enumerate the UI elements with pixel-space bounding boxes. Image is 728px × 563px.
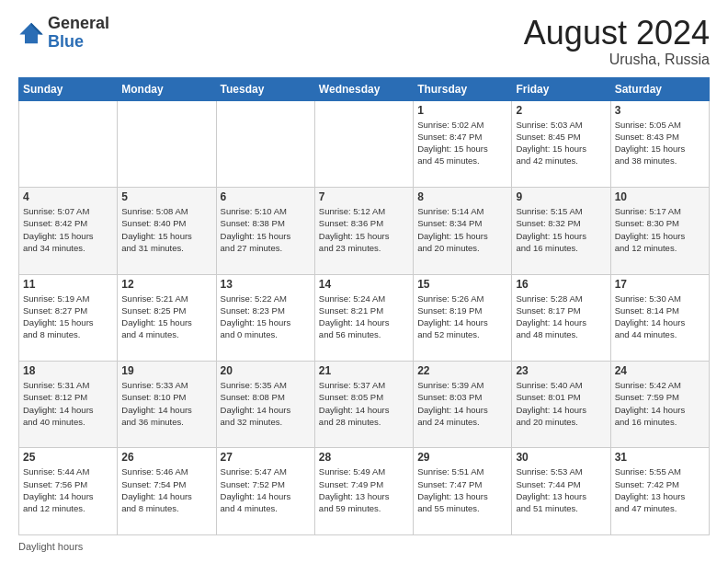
calendar-table: Sunday Monday Tuesday Wednesday Thursday… — [18, 77, 710, 535]
col-friday: Friday — [512, 77, 610, 100]
day-number: 23 — [516, 364, 606, 377]
calendar-cell — [314, 100, 413, 187]
day-number: 4 — [23, 190, 113, 203]
col-monday: Monday — [118, 77, 216, 100]
day-number: 10 — [615, 190, 705, 203]
header-row: Sunday Monday Tuesday Wednesday Thursday… — [19, 77, 710, 100]
week-row-0: 1Sunrise: 5:02 AM Sunset: 8:47 PM Daylig… — [19, 100, 710, 187]
day-number: 25 — [23, 451, 113, 464]
calendar-cell: 3Sunrise: 5:05 AM Sunset: 8:43 PM Daylig… — [610, 100, 709, 187]
day-info: Sunrise: 5:35 AM Sunset: 8:08 PM Dayligh… — [221, 379, 311, 428]
day-number: 12 — [121, 278, 211, 291]
day-info: Sunrise: 5:15 AM Sunset: 8:32 PM Dayligh… — [516, 205, 606, 254]
day-number: 6 — [221, 190, 311, 203]
day-number: 26 — [121, 451, 211, 464]
day-info: Sunrise: 5:12 AM Sunset: 8:36 PM Dayligh… — [319, 205, 409, 254]
calendar-cell: 17Sunrise: 5:30 AM Sunset: 8:14 PM Dayli… — [610, 274, 709, 361]
day-number: 8 — [417, 190, 507, 203]
day-number: 27 — [221, 451, 311, 464]
week-row-2: 11Sunrise: 5:19 AM Sunset: 8:27 PM Dayli… — [19, 274, 710, 361]
day-info: Sunrise: 5:17 AM Sunset: 8:30 PM Dayligh… — [615, 205, 705, 254]
calendar-cell — [19, 100, 118, 187]
day-number: 30 — [516, 451, 606, 464]
calendar-cell: 15Sunrise: 5:26 AM Sunset: 8:19 PM Dayli… — [414, 274, 512, 361]
day-info: Sunrise: 5:08 AM Sunset: 8:40 PM Dayligh… — [121, 205, 211, 254]
day-number: 21 — [319, 364, 409, 377]
day-info: Sunrise: 5:22 AM Sunset: 8:23 PM Dayligh… — [221, 293, 311, 341]
day-number: 9 — [516, 190, 606, 203]
day-info: Sunrise: 5:37 AM Sunset: 8:05 PM Dayligh… — [319, 379, 409, 428]
day-number: 20 — [221, 364, 311, 377]
calendar-cell: 16Sunrise: 5:28 AM Sunset: 8:17 PM Dayli… — [512, 274, 610, 361]
day-number: 1 — [417, 104, 507, 117]
calendar-cell: 30Sunrise: 5:53 AM Sunset: 7:44 PM Dayli… — [512, 448, 610, 535]
calendar-cell: 23Sunrise: 5:40 AM Sunset: 8:01 PM Dayli… — [512, 362, 610, 448]
col-sunday: Sunday — [19, 77, 118, 100]
day-info: Sunrise: 5:53 AM Sunset: 7:44 PM Dayligh… — [516, 465, 606, 514]
week-row-1: 4Sunrise: 5:07 AM Sunset: 8:42 PM Daylig… — [19, 188, 710, 274]
day-info: Sunrise: 5:26 AM Sunset: 8:19 PM Dayligh… — [417, 293, 507, 341]
day-number: 18 — [23, 364, 113, 377]
day-info: Sunrise: 5:33 AM Sunset: 8:10 PM Dayligh… — [121, 379, 211, 428]
calendar-cell: 14Sunrise: 5:24 AM Sunset: 8:21 PM Dayli… — [314, 274, 413, 361]
calendar-cell: 2Sunrise: 5:03 AM Sunset: 8:45 PM Daylig… — [512, 100, 610, 187]
calendar-cell: 4Sunrise: 5:07 AM Sunset: 8:42 PM Daylig… — [19, 188, 118, 274]
calendar-cell: 25Sunrise: 5:44 AM Sunset: 7:56 PM Dayli… — [19, 448, 118, 535]
day-info: Sunrise: 5:21 AM Sunset: 8:25 PM Dayligh… — [121, 293, 211, 341]
day-number: 13 — [221, 278, 311, 291]
day-info: Sunrise: 5:40 AM Sunset: 8:01 PM Dayligh… — [516, 379, 606, 428]
day-number: 3 — [615, 104, 705, 117]
month-title: August 2024 — [524, 15, 710, 52]
logo-text: General Blue — [48, 15, 109, 52]
day-info: Sunrise: 5:44 AM Sunset: 7:56 PM Dayligh… — [23, 465, 113, 514]
day-number: 17 — [615, 278, 705, 291]
calendar-cell: 29Sunrise: 5:51 AM Sunset: 7:47 PM Dayli… — [414, 448, 512, 535]
day-info: Sunrise: 5:02 AM Sunset: 8:47 PM Dayligh… — [417, 119, 507, 167]
day-number: 14 — [319, 278, 409, 291]
day-number: 5 — [121, 190, 211, 203]
logo-general-text: General — [48, 15, 109, 33]
calendar-cell: 6Sunrise: 5:10 AM Sunset: 8:38 PM Daylig… — [216, 188, 314, 274]
calendar-cell: 27Sunrise: 5:47 AM Sunset: 7:52 PM Dayli… — [216, 448, 314, 535]
day-number: 2 — [516, 104, 606, 117]
col-wednesday: Wednesday — [314, 77, 413, 100]
calendar-cell — [216, 100, 314, 187]
week-row-3: 18Sunrise: 5:31 AM Sunset: 8:12 PM Dayli… — [19, 362, 710, 448]
day-info: Sunrise: 5:31 AM Sunset: 8:12 PM Dayligh… — [23, 379, 113, 428]
logo-blue-text: Blue — [48, 33, 109, 52]
day-info: Sunrise: 5:55 AM Sunset: 7:42 PM Dayligh… — [615, 465, 705, 514]
location: Urusha, Russia — [524, 52, 710, 68]
day-number: 29 — [417, 451, 507, 464]
day-info: Sunrise: 5:49 AM Sunset: 7:49 PM Dayligh… — [319, 465, 409, 514]
day-info: Sunrise: 5:07 AM Sunset: 8:42 PM Dayligh… — [23, 205, 113, 254]
col-thursday: Thursday — [414, 77, 512, 100]
day-info: Sunrise: 5:30 AM Sunset: 8:14 PM Dayligh… — [615, 293, 705, 341]
calendar-cell: 11Sunrise: 5:19 AM Sunset: 8:27 PM Dayli… — [19, 274, 118, 361]
logo-icon — [18, 20, 44, 46]
day-info: Sunrise: 5:28 AM Sunset: 8:17 PM Dayligh… — [516, 293, 606, 341]
calendar-cell: 7Sunrise: 5:12 AM Sunset: 8:36 PM Daylig… — [314, 188, 413, 274]
day-number: 7 — [319, 190, 409, 203]
logo: General Blue — [18, 15, 109, 52]
calendar-cell: 22Sunrise: 5:39 AM Sunset: 8:03 PM Dayli… — [414, 362, 512, 448]
calendar-cell: 31Sunrise: 5:55 AM Sunset: 7:42 PM Dayli… — [610, 448, 709, 535]
calendar-cell: 8Sunrise: 5:14 AM Sunset: 8:34 PM Daylig… — [414, 188, 512, 274]
day-info: Sunrise: 5:10 AM Sunset: 8:38 PM Dayligh… — [221, 205, 311, 254]
calendar-cell: 12Sunrise: 5:21 AM Sunset: 8:25 PM Dayli… — [118, 274, 216, 361]
day-info: Sunrise: 5:47 AM Sunset: 7:52 PM Dayligh… — [221, 465, 311, 514]
day-info: Sunrise: 5:46 AM Sunset: 7:54 PM Dayligh… — [121, 465, 211, 514]
calendar-cell: 9Sunrise: 5:15 AM Sunset: 8:32 PM Daylig… — [512, 188, 610, 274]
day-number: 24 — [615, 364, 705, 377]
day-number: 28 — [319, 451, 409, 464]
header: General Blue August 2024 Urusha, Russia — [18, 15, 710, 68]
calendar-cell: 19Sunrise: 5:33 AM Sunset: 8:10 PM Dayli… — [118, 362, 216, 448]
calendar-cell: 10Sunrise: 5:17 AM Sunset: 8:30 PM Dayli… — [610, 188, 709, 274]
day-number: 22 — [417, 364, 507, 377]
daylight-label: Daylight hours — [18, 541, 83, 552]
day-number: 31 — [615, 451, 705, 464]
col-saturday: Saturday — [610, 77, 709, 100]
calendar-cell: 24Sunrise: 5:42 AM Sunset: 7:59 PM Dayli… — [610, 362, 709, 448]
col-tuesday: Tuesday — [216, 77, 314, 100]
day-info: Sunrise: 5:19 AM Sunset: 8:27 PM Dayligh… — [23, 293, 113, 341]
day-info: Sunrise: 5:05 AM Sunset: 8:43 PM Dayligh… — [615, 119, 705, 167]
